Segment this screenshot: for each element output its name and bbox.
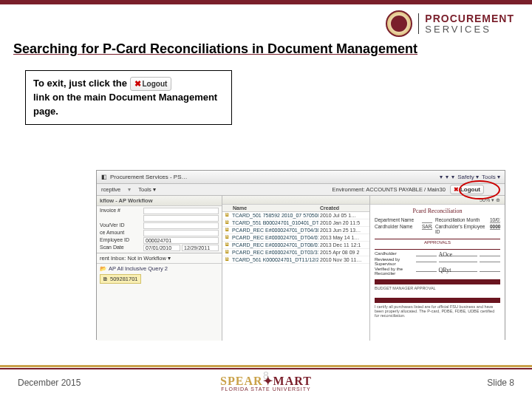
fld-scan-from[interactable]: 07/01/2010 <box>143 245 180 251</box>
selected-id: 509281701 <box>110 276 138 282</box>
zoom-control[interactable]: 50% ▾ ⊕ <box>480 197 500 203</box>
browser-opt-2[interactable]: ▾ <box>451 174 454 180</box>
inbox-header[interactable]: rent Inbox: Not in Workflow ▾ <box>100 255 171 262</box>
callout-text-2: link on the main Document Management pag… <box>33 92 217 116</box>
signature-icon: QRyt <box>439 267 478 272</box>
doc-title: Pcard Reconciliation <box>375 208 500 214</box>
app-toolbar: rceptive ▾ Tools ▾ Environment: ACCOUNTS… <box>97 184 505 196</box>
favicon-icon: ◧ <box>101 174 107 180</box>
val-recmonth: 10/01/2015 <box>490 217 500 223</box>
col-name: Name <box>222 205 318 211</box>
val-dept <box>422 217 432 223</box>
brand-text: PROCUREMENT SERVICES <box>418 13 514 34</box>
doc-icon: 🗎 <box>222 256 231 263</box>
close-icon: ✖ <box>134 78 141 89</box>
lbl-empid: Employee ID <box>100 237 140 244</box>
budget-bar-label: BUDGET MANAGER APPROVAL <box>375 286 500 290</box>
fld-blank[interactable] <box>143 215 219 222</box>
footer-date: December 2015 <box>18 378 183 388</box>
doc-icon: 🗎 <box>222 219 231 226</box>
table-row[interactable]: 🗎TCARD_551 B00024701_010401_DT01/12/2010… <box>222 219 369 227</box>
doc-icon: 🗎 <box>222 234 231 241</box>
logout-button[interactable]: ✖ Logout <box>450 185 484 194</box>
footer-center: 8 SPEAR✦MART FLORIDA STATE UNIVERSITY <box>183 374 349 392</box>
logout-chip-label: Logout <box>143 79 168 89</box>
lbl-scandate: Scan Date <box>100 245 140 251</box>
signature-icon: AOce <box>439 251 478 256</box>
selected-record[interactable]: 🗎 509281701 <box>100 274 141 284</box>
browser-opt-0[interactable]: ▾ <box>440 174 443 180</box>
browser-tab-title: Procurement Services - PS… <box>110 174 187 180</box>
brand-top: PROCUREMENT <box>425 13 514 24</box>
folder-icon: 📂 <box>100 265 106 272</box>
lbl-invoice: Invoice # <box>100 208 140 214</box>
instruction-callout: To exit, just click the ✖ Logout link on… <box>25 70 232 125</box>
query-name: AP All Inclusive Query 2 <box>109 265 168 272</box>
footer: December 2015 8 SPEAR✦MART FLORIDA STATE… <box>0 365 532 399</box>
col-created: Created <box>318 205 369 211</box>
lbl-dept: Department Name <box>375 217 419 223</box>
fld-vouver[interactable] <box>143 222 219 229</box>
tools-menu[interactable]: Tools ▾ <box>138 186 156 193</box>
fld-empid[interactable]: 000024701 <box>143 237 219 244</box>
doc-icon: 🗎 <box>222 212 231 219</box>
results-toolbar <box>222 196 369 205</box>
doc-band <box>375 298 500 303</box>
preview-toolbar: 50% ▾ ⊕ <box>370 196 505 205</box>
embedded-screenshot: ◧ Procurement Services - PS… ▾ ▾ ▾ Safet… <box>96 170 505 340</box>
val-cardholder: SARAH DELMONICUTTY <box>422 224 432 230</box>
table-row[interactable]: 🗎PCARD_REC E#000024701_DT08/01/20132013 … <box>222 242 369 249</box>
inbox-panel: rent Inbox: Not in Workflow ▾ 📂 AP All I… <box>97 253 222 341</box>
panes: kflow - AP Workflow Invoice # Vou/Ver ID… <box>97 196 505 341</box>
table-row[interactable]: 🗎PCARD_REC E#000024701_DT03/31/20152015 … <box>222 249 369 256</box>
lbl-vouver: Vou/Ver ID <box>100 222 140 229</box>
lbl-amount: ce Amount <box>100 230 140 236</box>
ghost-page-number: 8 <box>183 369 349 381</box>
table-row[interactable]: 🗎PCARD_REC E#000024701_DT04/30/20132013 … <box>222 227 369 234</box>
results-panel: Name Created 🗎TCARD_501 758592 2010_07 5… <box>222 196 370 341</box>
fsu-label: FLORIDA STATE UNIVERSITY <box>183 386 349 392</box>
app-brand-fragment: rceptive <box>101 186 120 193</box>
fsu-seal-icon <box>386 10 412 37</box>
logout-chip-inline: ✖ Logout <box>130 77 172 91</box>
appr-row-1: Reviewed by Supervisor <box>375 257 414 266</box>
callout-text-1: To exit, just click the <box>33 78 130 89</box>
lbl-empid: Cardholder's Employee ID <box>435 224 487 234</box>
doc-icon: 🗎 <box>222 242 231 248</box>
left-panel: kflow - AP Workflow Invoice # Vou/Ver ID… <box>97 196 222 341</box>
doc-fineprint: I certify all purchases listed are for o… <box>375 304 500 318</box>
browser-chrome: ◧ Procurement Services - PS… ▾ ▾ ▾ Safet… <box>97 171 505 184</box>
doc-icon: 🗎 <box>222 227 231 233</box>
lbl-cardholder: Cardholder Name <box>375 224 419 234</box>
fld-invoice[interactable] <box>143 208 219 214</box>
document-preview: Pcard Reconciliation Department Name Rec… <box>370 205 505 341</box>
approvals-header: APPROVALS <box>375 239 500 245</box>
query-row[interactable]: 📂 AP All Inclusive Query 2 <box>100 265 219 272</box>
brand-bottom: SERVICES <box>425 24 514 35</box>
close-icon: ✖ <box>454 186 459 193</box>
doc-icon: 🗎 <box>222 249 231 256</box>
toolbar-divider: ▾ <box>128 186 131 193</box>
table-row[interactable]: 🗎PCARD_REC E#000024701_DT04/01/20132013 … <box>222 234 369 242</box>
browser-opt-1[interactable]: ▾ <box>446 174 449 180</box>
val-empid: 000024701 <box>490 224 500 230</box>
workflow-header: kflow - AP Workflow <box>97 196 222 206</box>
appr-row-0: Cardholder <box>375 251 414 256</box>
browser-opt-tools[interactable]: Tools ▾ <box>482 174 500 180</box>
doc-icon: 🗎 <box>103 276 109 282</box>
table-row[interactable]: 🗎TCARD_501 758592 2010_07 57050823182201… <box>222 212 369 219</box>
appr-row-2: Verified by the Reconciler <box>375 267 414 276</box>
preview-panel: 50% ▾ ⊕ Pcard Reconciliation Department … <box>370 196 505 341</box>
header-logo-area: PROCUREMENT SERVICES <box>0 4 532 41</box>
results-header: Name Created <box>222 205 369 212</box>
page-title: Searching for P-Card Reconciliations in … <box>0 41 532 63</box>
environment-label: Environment: ACCOUNTS PAYABLE / Main30 <box>332 186 445 193</box>
lbl-recmonth: Reconciliation Month <box>435 217 487 223</box>
slide-number: Slide 8 <box>349 378 514 388</box>
table-row[interactable]: 🗎TCARD_561 K000024701_DT11/12/20102010 N… <box>222 256 369 264</box>
fld-amount[interactable] <box>143 230 219 236</box>
browser-opt-safety[interactable]: Safety ▾ <box>457 174 479 180</box>
divider-gold <box>0 365 532 367</box>
results-body: 🗎TCARD_501 758592 2010_07 57050823182201… <box>222 212 369 264</box>
fld-scan-to[interactable]: 12/29/2011 <box>182 245 219 251</box>
